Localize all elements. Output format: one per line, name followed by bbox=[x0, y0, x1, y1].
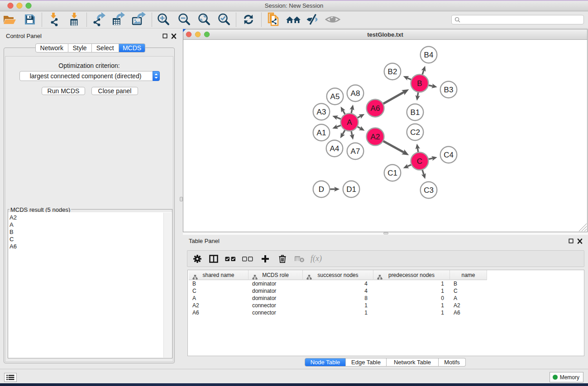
svg-text:D1: D1 bbox=[346, 185, 356, 194]
svg-text:A6: A6 bbox=[371, 104, 380, 113]
svg-text:C2: C2 bbox=[410, 128, 420, 137]
svg-text:A1: A1 bbox=[317, 129, 326, 137]
svg-text:B1: B1 bbox=[411, 108, 420, 117]
svg-text:C: C bbox=[417, 157, 422, 166]
svg-text:B4: B4 bbox=[424, 51, 434, 59]
svg-text:D: D bbox=[319, 185, 324, 194]
svg-text:A3: A3 bbox=[317, 108, 326, 116]
svg-text:C1: C1 bbox=[387, 169, 397, 177]
svg-text:B3: B3 bbox=[444, 86, 454, 94]
svg-text:C3: C3 bbox=[424, 186, 434, 195]
svg-text:B: B bbox=[417, 79, 422, 88]
svg-text:C4: C4 bbox=[444, 151, 454, 159]
svg-text:A4: A4 bbox=[330, 144, 339, 153]
svg-text:B2: B2 bbox=[388, 67, 397, 76]
svg-text:A5: A5 bbox=[330, 92, 340, 101]
svg-text:A2: A2 bbox=[371, 133, 380, 141]
svg-text:A8: A8 bbox=[351, 89, 360, 98]
svg-text:A7: A7 bbox=[351, 147, 360, 156]
svg-text:A: A bbox=[347, 118, 352, 127]
